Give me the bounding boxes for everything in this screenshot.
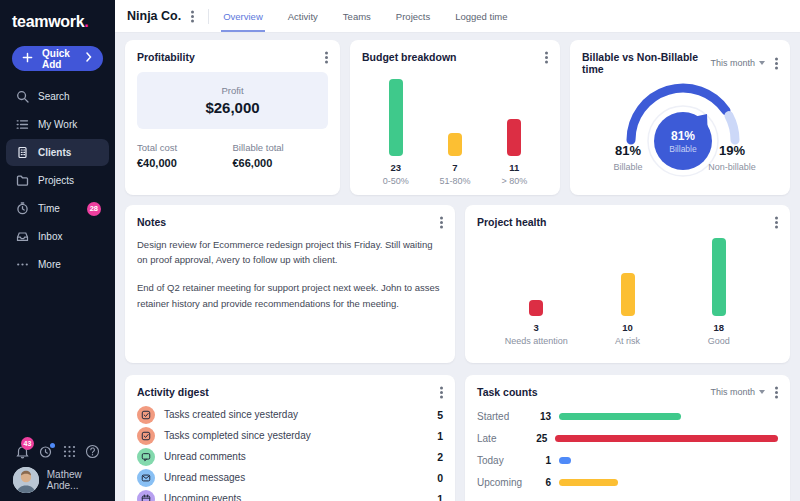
tab-projects[interactable]: Projects xyxy=(394,0,432,32)
total-cost-stat: Total cost €40,000 xyxy=(137,142,233,169)
tab-activity[interactable]: Activity xyxy=(286,0,320,32)
title-kebab-menu-icon[interactable] xyxy=(191,15,194,18)
sidebar-item-inbox[interactable]: Inbox xyxy=(6,223,109,250)
help-icon[interactable] xyxy=(85,444,100,459)
list-item: Tasks created since yesterday 5 xyxy=(125,404,455,425)
tab-teams[interactable]: Teams xyxy=(341,0,373,32)
bar-at-risk xyxy=(621,273,635,316)
tab-bar: Overview Activity Teams Projects Logged … xyxy=(221,0,509,32)
user-name: Mathew Ande... xyxy=(47,469,115,491)
sidebar-item-label: My Work xyxy=(38,119,77,130)
search-icon xyxy=(16,90,29,103)
sidebar-item-time[interactable]: Time 28 xyxy=(6,195,109,222)
billable-card: Billable vs Non-Billable time This month… xyxy=(570,40,790,195)
sidebar-item-search[interactable]: Search xyxy=(6,83,109,110)
list-item: Tasks completed since yesterday 1 xyxy=(125,425,455,446)
row-3: Activity digest Tasks created since yest… xyxy=(125,375,790,501)
kebab-menu-icon[interactable] xyxy=(440,221,443,224)
sidebar-item-projects[interactable]: Projects xyxy=(6,167,109,194)
billable-percent: 81% Billable xyxy=(598,143,658,172)
row-1: Profitability Profit $26,000 Total cost … xyxy=(125,40,790,195)
bar-group: 11 > 80% xyxy=(485,79,544,188)
bar-group: 10 At risk xyxy=(592,238,664,348)
timer-status-dot xyxy=(50,443,55,448)
logo-dot: . xyxy=(84,13,88,30)
bar-needs-attention xyxy=(529,300,543,316)
ellipsis-icon xyxy=(16,258,29,271)
svg-text:Billable: Billable xyxy=(669,144,697,154)
bar-good xyxy=(712,238,726,316)
topbar: Ninja Co. Overview Activity Teams Projec… xyxy=(115,0,800,33)
bar-today xyxy=(559,457,571,464)
tab-overview[interactable]: Overview xyxy=(221,0,265,32)
card-title: Billable vs Non-Billable time xyxy=(582,51,710,75)
sidebar-nav: Search My Work Clients Projects Time 2 xyxy=(0,83,115,278)
kebab-menu-icon[interactable] xyxy=(775,62,778,65)
folder-icon xyxy=(16,174,29,187)
kebab-menu-icon[interactable] xyxy=(775,221,778,224)
sidebar-item-label: More xyxy=(38,259,61,270)
period-dropdown[interactable]: This month xyxy=(710,58,765,68)
notes-card: Notes Design review for Ecommerce redesi… xyxy=(125,205,455,363)
calendar-icon xyxy=(137,490,155,501)
user-menu[interactable]: Mathew Ande... xyxy=(13,467,115,493)
list-item: Unread comments 2 xyxy=(125,446,455,467)
list-item: Upcoming 6 xyxy=(465,471,790,493)
bar-0-50 xyxy=(389,79,403,156)
sidebar-item-clients[interactable]: Clients xyxy=(6,139,109,166)
kebab-menu-icon[interactable] xyxy=(775,391,778,394)
svg-text:81%: 81% xyxy=(671,129,695,143)
profit-highlight: Profit $26,000 xyxy=(137,72,328,129)
card-title: Project health xyxy=(477,216,775,228)
kebab-menu-icon[interactable] xyxy=(325,56,328,59)
sidebar-tools: 43 xyxy=(0,439,115,463)
chevron-right-icon xyxy=(86,52,93,65)
budget-bar-chart: 23 0-50% 7 51-80% 11 > 80% xyxy=(350,79,560,188)
profitability-stats: Total cost €40,000 Billable total €66,00… xyxy=(125,129,340,169)
task-completed-icon xyxy=(137,427,155,445)
bar-over-80 xyxy=(507,119,521,156)
avatar xyxy=(13,467,39,493)
card-title: Activity digest xyxy=(137,386,440,398)
profit-value: $26,000 xyxy=(205,99,259,116)
notifications-badge: 43 xyxy=(21,437,34,450)
card-title: Profitability xyxy=(137,51,325,63)
project-health-card: Project health 3 Needs attention 10 At r… xyxy=(465,205,790,363)
bar-group: 23 0-50% xyxy=(366,79,425,188)
kebab-menu-icon[interactable] xyxy=(440,391,443,394)
apps-grid-icon[interactable] xyxy=(62,444,77,459)
tab-logged-time[interactable]: Logged time xyxy=(453,0,509,32)
sidebar-item-label: Projects xyxy=(38,175,74,186)
task-counts-card: Task counts This month Started 13 Late 2… xyxy=(465,375,790,501)
activity-list: Tasks created since yesterday 5 Tasks co… xyxy=(125,404,455,501)
note-paragraph: End of Q2 retainer meeting for support p… xyxy=(137,280,443,310)
sidebar-item-label: Search xyxy=(38,91,70,102)
sidebar-item-more[interactable]: More xyxy=(6,251,109,278)
quick-add-button[interactable]: Quick Add xyxy=(12,46,103,71)
budget-breakdown-card: Budget breakdown 23 0-50% 7 51-80% 11 > xyxy=(350,40,560,195)
timer-icon[interactable] xyxy=(38,444,53,459)
bar-started xyxy=(559,413,681,420)
teamwork-logo[interactable]: teamwork. xyxy=(0,0,115,31)
bar-group: 3 Needs attention xyxy=(500,238,572,348)
list-item: Today 1 xyxy=(465,449,790,471)
notifications-bell-icon[interactable]: 43 xyxy=(15,444,30,459)
note-paragraph: Design review for Ecommerce redesign pro… xyxy=(137,237,443,267)
time-badge: 28 xyxy=(87,202,101,216)
sidebar-item-my-work[interactable]: My Work xyxy=(6,111,109,138)
divider xyxy=(208,9,209,24)
card-title: Notes xyxy=(137,216,440,228)
checklist-icon xyxy=(16,118,29,131)
quick-add-label: Quick Add xyxy=(42,48,86,70)
task-created-icon xyxy=(137,406,155,424)
kebab-menu-icon[interactable] xyxy=(545,56,548,59)
card-title: Task counts xyxy=(477,386,710,398)
notes-body: Design review for Ecommerce redesign pro… xyxy=(125,228,455,311)
billable-total-stat: Billable total €66,000 xyxy=(233,142,329,169)
bar-late xyxy=(555,435,778,442)
non-billable-percent: 19% Non-billable xyxy=(702,143,762,172)
sidebar-item-label: Clients xyxy=(38,147,71,158)
chevron-down-icon xyxy=(759,61,765,65)
bar-group: 18 Good xyxy=(683,238,755,348)
period-dropdown[interactable]: This month xyxy=(710,387,765,397)
